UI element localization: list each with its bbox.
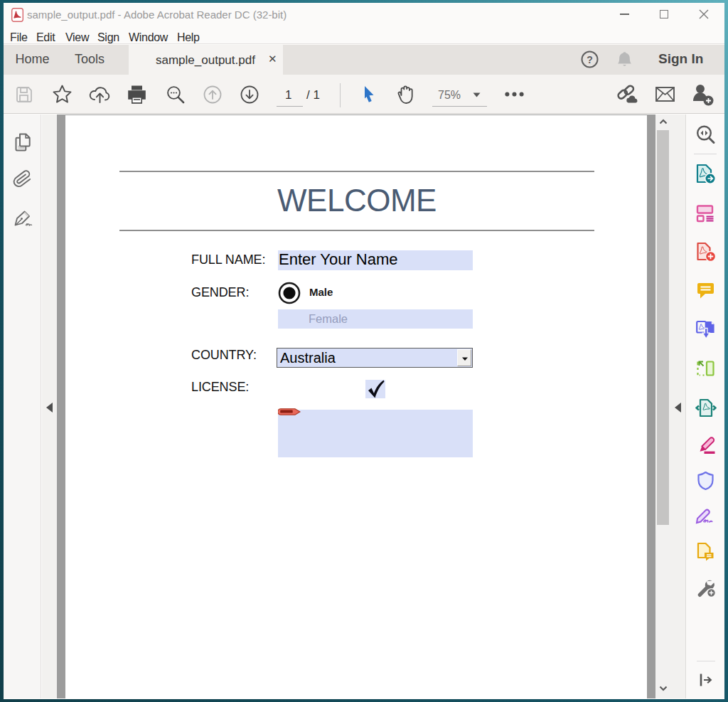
svg-text:?: ? xyxy=(587,54,593,65)
